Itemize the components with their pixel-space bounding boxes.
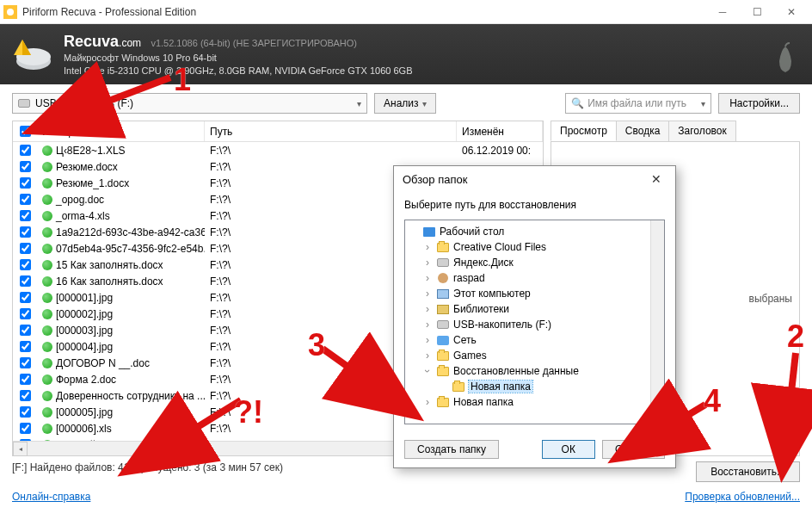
- file-checkbox[interactable]: [20, 194, 31, 205]
- file-name: [000001].jpg: [56, 292, 113, 304]
- file-checkbox[interactable]: [20, 308, 31, 319]
- dialog-prompt: Выберите путь для восстановления: [404, 199, 665, 211]
- file-checkbox[interactable]: [20, 390, 31, 401]
- tab-preview[interactable]: Просмотр: [551, 121, 617, 141]
- drive-icon: [18, 99, 30, 108]
- tab-header[interactable]: Заголовок: [668, 121, 735, 141]
- tree-node[interactable]: ›USB-накопитель (F:): [407, 317, 662, 332]
- file-name: Ц‹8Е28~1.XLS: [56, 145, 126, 157]
- status-dot-icon: [42, 178, 52, 189]
- file-modified: 06.12.2019 00:: [457, 145, 543, 157]
- svg-point-1: [7, 9, 14, 15]
- file-checkbox[interactable]: [20, 161, 31, 172]
- column-path[interactable]: Путь: [205, 121, 457, 141]
- file-checkbox[interactable]: [20, 325, 31, 336]
- file-checkbox[interactable]: [20, 226, 31, 238]
- tree-node[interactable]: ›Яндекс.Диск: [407, 255, 662, 270]
- check-updates-link[interactable]: Проверка обновлений...: [685, 491, 800, 503]
- preview-hint: выбраны: [749, 293, 792, 305]
- pc-icon: [437, 289, 449, 299]
- restore-button[interactable]: Восстановить...: [696, 461, 800, 482]
- file-name: [000005].jpg: [56, 406, 113, 418]
- file-checkbox[interactable]: [20, 374, 31, 385]
- file-checkbox[interactable]: [20, 210, 31, 221]
- column-name[interactable]: Имя файла: [37, 121, 205, 141]
- folder-icon: [437, 351, 449, 361]
- file-name: Форма 2.doc: [56, 374, 116, 386]
- help-link[interactable]: Онлайн-справка: [12, 491, 90, 503]
- library-icon: [437, 305, 449, 314]
- version-text: v1.52.1086 (64-bit) (НЕ ЗАРЕГИСТРИРОВАНО…: [151, 38, 357, 48]
- file-name: [000006].xls: [56, 423, 112, 435]
- minimize-button[interactable]: ─: [705, 0, 740, 24]
- select-all-checkbox[interactable]: [20, 126, 31, 137]
- file-checkbox[interactable]: [20, 177, 31, 189]
- column-modified[interactable]: Изменён: [457, 121, 543, 141]
- file-name: Резюме_1.docx: [56, 177, 129, 189]
- window-title: Piriform Recuva - Professional Edition: [22, 6, 705, 18]
- status-dot-icon: [42, 211, 52, 221]
- folder-icon: [437, 243, 449, 252]
- os-info: Майкрософт Windows 10 Pro 64-bit: [64, 52, 413, 65]
- maximize-button[interactable]: ☐: [740, 0, 774, 24]
- tree-node[interactable]: ›Восстановленные данные: [407, 363, 662, 379]
- file-checkbox[interactable]: [20, 406, 31, 418]
- folder-icon: [452, 382, 464, 392]
- status-dot-icon: [42, 162, 52, 172]
- status-dot-icon: [42, 293, 52, 303]
- scroll-left-button[interactable]: ◂: [13, 442, 28, 456]
- file-name: _orma-4.xls: [56, 210, 110, 222]
- dialog-close-button[interactable]: ✕: [646, 172, 667, 186]
- file-checkbox[interactable]: [20, 259, 31, 270]
- file-checkbox[interactable]: [20, 341, 31, 352]
- tree-node[interactable]: ›Сеть: [407, 332, 662, 348]
- tree-node[interactable]: ›Этот компьютер: [407, 286, 662, 301]
- status-dot-icon: [42, 391, 52, 401]
- browse-folder-dialog: Обзор папок ✕ Выберите путь для восстано…: [393, 165, 676, 468]
- status-dot-icon: [42, 195, 52, 205]
- tree-node[interactable]: ›Библиотеки: [407, 301, 662, 317]
- brand-name: Recuva.com: [64, 33, 141, 50]
- status-dot-icon: [42, 374, 52, 385]
- file-row[interactable]: Ц‹8Е28~1.XLSF:\?\06.12.2019 00:: [13, 142, 543, 158]
- tree-node[interactable]: ›Games: [407, 348, 662, 363]
- status-dot-icon: [42, 342, 52, 352]
- tree-scrollbar[interactable]: [650, 220, 664, 424]
- file-name: [000003].jpg: [56, 325, 113, 337]
- status-dot-icon: [42, 424, 52, 434]
- file-list-header: Имя файла Путь Изменён: [13, 121, 543, 142]
- cancel-button[interactable]: Отмена: [602, 440, 665, 459]
- app-icon: [3, 5, 17, 19]
- file-checkbox[interactable]: [20, 292, 31, 303]
- drive-selector[interactable]: USB-накопитель (F:) ▾: [12, 93, 367, 114]
- tree-node[interactable]: ›Creative Cloud Files: [407, 239, 662, 255]
- file-name: 15 Как заполнять.docx: [56, 259, 163, 271]
- analyze-button[interactable]: Анализ ▾: [374, 93, 436, 114]
- close-button[interactable]: ✕: [774, 0, 809, 24]
- file-name: Резюме.docx: [56, 161, 118, 173]
- chevron-down-icon: ▾: [422, 99, 427, 108]
- user-icon: [438, 273, 448, 283]
- tab-summary[interactable]: Сводка: [616, 121, 670, 141]
- status-dot-icon: [42, 358, 52, 368]
- app-header: Recuva.com v1.52.1086 (64-bit) (НЕ ЗАРЕГ…: [0, 24, 812, 84]
- status-dot-icon: [42, 276, 52, 287]
- tree-node[interactable]: ›raspad: [407, 270, 662, 286]
- ok-button[interactable]: ОК: [542, 440, 595, 459]
- settings-button[interactable]: Настройки...: [718, 93, 800, 114]
- file-name: _opog.doc: [56, 194, 104, 206]
- file-name: 16 Как заполнять.docx: [56, 275, 163, 288]
- file-checkbox[interactable]: [20, 275, 31, 287]
- file-checkbox[interactable]: [20, 357, 31, 368]
- file-checkbox[interactable]: [20, 243, 31, 254]
- search-input[interactable]: 🔍 Имя файла или путь ▾: [565, 93, 711, 114]
- file-checkbox[interactable]: [20, 145, 31, 156]
- file-checkbox[interactable]: [20, 423, 31, 434]
- tree-node-selected[interactable]: Новая папка: [407, 379, 662, 394]
- drive-selector-label: USB-накопитель (F:): [35, 97, 133, 109]
- folder-tree[interactable]: Рабочий стол ›Creative Cloud Files ›Янде…: [404, 220, 665, 424]
- chevron-down-icon: ▾: [701, 99, 705, 108]
- tree-node-desktop[interactable]: Рабочий стол: [407, 224, 662, 239]
- new-folder-button[interactable]: Создать папку: [404, 440, 499, 459]
- tree-node[interactable]: ›Новая папка: [407, 394, 662, 410]
